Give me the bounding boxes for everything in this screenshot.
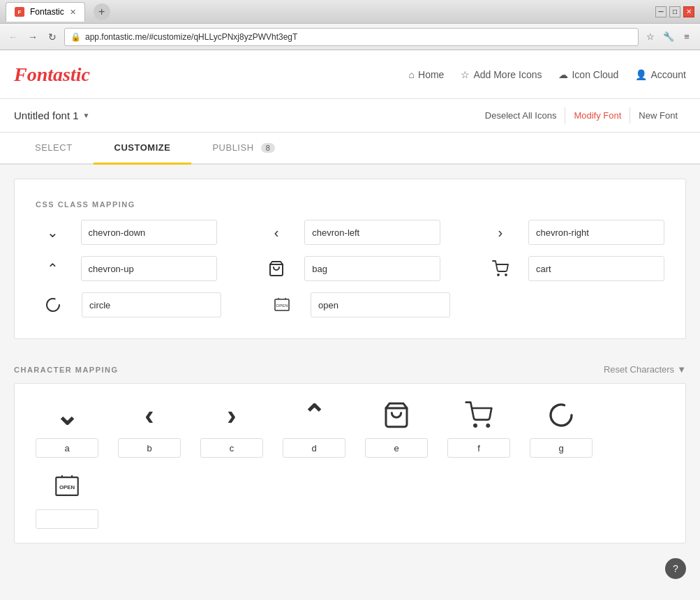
dropdown-arrow-icon: ▼: [677, 364, 686, 375]
cloud-icon: ☁: [558, 69, 568, 80]
refresh-button[interactable]: ↻: [45, 29, 60, 45]
tab-favicon: F: [15, 7, 24, 17]
char-item-open: OPEN: [29, 469, 105, 529]
app-logo: Fontastic: [14, 63, 90, 86]
bookmarks-icon[interactable]: ☆: [643, 29, 658, 45]
modify-font-button[interactable]: Modify Font: [565, 107, 630, 123]
css-input-chevron-left[interactable]: [304, 220, 440, 245]
character-mapping-header: CHARACTER MAPPING Reset Characters ▼: [0, 353, 700, 375]
tab-publish[interactable]: PUBLISH 8: [191, 133, 296, 165]
css-row-1: ⌄ ‹ ›: [36, 220, 664, 245]
back-button[interactable]: ←: [6, 29, 21, 45]
icon-circle: [36, 297, 70, 313]
home-icon: ⌂: [409, 69, 415, 80]
nav-icon-cloud[interactable]: ☁ Icon Cloud: [558, 69, 618, 80]
svg-point-7: [487, 424, 489, 426]
nav-home[interactable]: ⌂ Home: [409, 69, 445, 80]
address-bar[interactable]: 🔒 app.fontastic.me/#customize/qHLLycPNxj…: [64, 28, 639, 46]
char-input-chevron-right[interactable]: [200, 438, 263, 458]
css-input-cart[interactable]: [528, 256, 664, 281]
icon-chevron-left: ‹: [260, 225, 294, 241]
char-icon-circle: [547, 398, 575, 433]
lock-icon: 🔒: [70, 32, 81, 42]
icon-cart: [483, 260, 517, 277]
toolbar-actions: Deselect All Icons Modify Font New Font: [477, 107, 686, 123]
toolbar: Untitled font 1 ▼ Deselect All Icons Mod…: [0, 99, 700, 133]
char-input-bag[interactable]: [365, 438, 428, 458]
css-input-bag[interactable]: [304, 256, 440, 281]
char-input-circle[interactable]: [530, 438, 593, 458]
char-input-chevron-left[interactable]: [118, 438, 181, 458]
char-icon-chevron-right: ›: [227, 398, 236, 433]
icon-chevron-down: ⌄: [36, 224, 70, 241]
char-input-cart[interactable]: [447, 438, 510, 458]
maximize-button[interactable]: □: [669, 6, 680, 17]
forward-button[interactable]: →: [25, 29, 40, 45]
reset-label: Reset Characters: [604, 364, 674, 375]
css-input-open[interactable]: [311, 292, 450, 317]
character-mapping-section: ⌄ ‹ ›: [14, 383, 686, 543]
char-input-chevron-down[interactable]: [36, 438, 98, 458]
char-grid-row2: OPEN: [29, 469, 671, 529]
svg-point-2: [505, 274, 507, 276]
extensions-icon[interactable]: 🔧: [661, 29, 676, 45]
publish-badge: 8: [261, 143, 276, 153]
css-mapping-grid: ⌄ ‹ › ⌃: [36, 220, 664, 317]
tab-select-label: SELECT: [35, 142, 73, 153]
nav-add-more-icons[interactable]: ☆ Add More Icons: [461, 69, 542, 80]
app-header: Fontastic ⌂ Home ☆ Add More Icons ☁ Icon…: [0, 50, 700, 99]
icon-chevron-up: ⌃: [36, 260, 70, 277]
nav-icon-cloud-label: Icon Cloud: [572, 69, 618, 80]
icon-chevron-right: ›: [483, 225, 517, 241]
char-icon-bag: [382, 398, 410, 433]
char-icon-open: OPEN: [53, 469, 81, 504]
svg-text:OPEN: OPEN: [59, 484, 75, 490]
browser-tab[interactable]: F Fontastic ✕: [6, 2, 85, 22]
new-font-button[interactable]: New Font: [630, 107, 686, 123]
char-icon-cart: [465, 398, 493, 433]
minimize-button[interactable]: ─: [655, 6, 667, 17]
close-button[interactable]: ✕: [683, 6, 694, 17]
dropdown-arrow-icon: ▼: [83, 112, 90, 119]
menu-icon[interactable]: ≡: [679, 29, 694, 45]
tab-label: Fontastic: [30, 7, 64, 17]
css-input-chevron-right[interactable]: [528, 220, 664, 245]
star-icon: ☆: [461, 69, 470, 80]
url-text: app.fontastic.me/#customize/qHLLycPNxj8y…: [85, 32, 297, 42]
css-input-chevron-down[interactable]: [81, 220, 217, 245]
nav-home-label: Home: [418, 69, 444, 80]
tab-customize-label: CUSTOMIZE: [114, 142, 171, 153]
header-nav: ⌂ Home ☆ Add More Icons ☁ Icon Cloud 👤 A…: [409, 69, 686, 80]
tab-customize[interactable]: CUSTOMIZE: [94, 133, 192, 165]
account-icon: 👤: [635, 69, 647, 80]
char-input-open[interactable]: [36, 509, 98, 529]
char-item-chevron-down: ⌄: [29, 398, 105, 458]
font-name-text: Untitled font 1: [14, 110, 79, 121]
nav-account[interactable]: 👤 Account: [635, 69, 686, 80]
help-icon: ?: [673, 563, 678, 574]
tab-close-button[interactable]: ✕: [70, 8, 76, 17]
main-area: CSS CLASS MAPPING ⌄ ‹ ›: [0, 165, 700, 600]
reset-characters-button[interactable]: Reset Characters ▼: [604, 364, 686, 375]
help-button[interactable]: ?: [665, 558, 686, 579]
nav-add-icons-label: Add More Icons: [473, 69, 542, 80]
tab-select[interactable]: SELECT: [14, 133, 94, 165]
nav-account-label: Account: [650, 69, 686, 80]
char-item-circle: [523, 398, 600, 458]
css-input-circle[interactable]: [82, 292, 221, 317]
app-content: Fontastic ⌂ Home ☆ Add More Icons ☁ Icon…: [0, 50, 700, 600]
css-row-2: ⌃: [36, 256, 664, 281]
char-input-chevron-up[interactable]: [283, 438, 345, 458]
svg-point-1: [498, 274, 499, 276]
css-input-chevron-up[interactable]: [81, 256, 217, 281]
deselect-all-button[interactable]: Deselect All Icons: [477, 107, 566, 123]
css-class-mapping-section: CSS CLASS MAPPING ⌄ ‹ ›: [14, 179, 686, 339]
char-item-bag: [358, 398, 435, 458]
char-icon-chevron-up: ⌃: [302, 398, 326, 433]
font-name-selector[interactable]: Untitled font 1 ▼: [14, 110, 89, 121]
tab-publish-label: PUBLISH: [212, 142, 253, 153]
svg-point-6: [474, 424, 476, 426]
new-tab-button[interactable]: +: [94, 3, 110, 20]
character-grid: ⌄ ‹ ›: [29, 398, 671, 458]
tabs-bar: SELECT CUSTOMIZE PUBLISH 8: [0, 133, 700, 165]
